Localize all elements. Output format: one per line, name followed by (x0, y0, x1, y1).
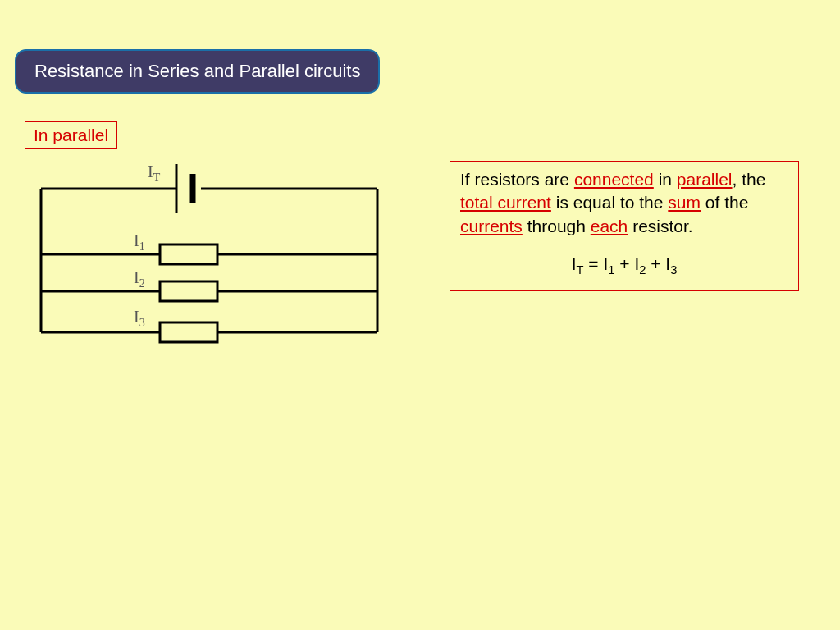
svg-rect-7 (160, 244, 217, 264)
label-it: IT (148, 162, 160, 185)
description-box: If resistors are connected in parallel, … (450, 161, 799, 291)
slide-title: Resistance in Series and Parallel circui… (15, 49, 380, 94)
desc-text: If resistors are connected in parallel, … (460, 170, 765, 235)
svg-rect-10 (160, 281, 217, 301)
label-i2: I2 (134, 268, 145, 290)
label-i1: I1 (134, 231, 145, 253)
subtitle-inparallel: In parallel (25, 121, 117, 149)
label-i3: I3 (134, 308, 145, 330)
circuit-diagram: IT I1 I2 I3 (33, 156, 394, 356)
circuit-svg (33, 156, 394, 353)
formula: IT = I1 + I2 + I3 (460, 253, 788, 279)
svg-rect-13 (160, 322, 217, 342)
